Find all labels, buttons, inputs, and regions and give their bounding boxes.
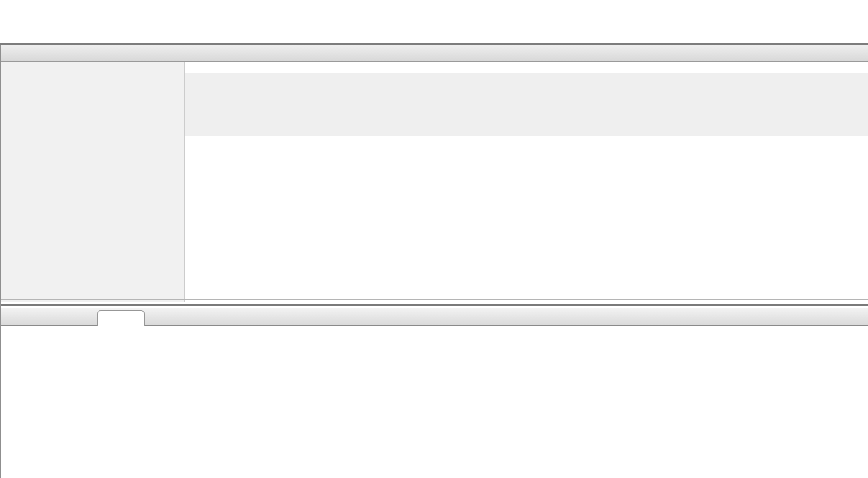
trace-viewer-window (0, 45, 868, 478)
details-panel-header (1, 308, 868, 326)
trace-body (1, 62, 868, 302)
trace-view-titlebar (1, 45, 868, 62)
track-sidebar (1, 62, 185, 302)
timeline-empty-area (185, 73, 868, 136)
panel-divider-thick[interactable] (1, 304, 868, 306)
tab-slice[interactable] (97, 310, 145, 326)
time-ruler (185, 62, 868, 73)
top-orange-banner (0, 0, 868, 45)
panel-divider-thin (1, 299, 868, 300)
details-panel (1, 308, 868, 478)
timeline-canvas[interactable] (185, 62, 868, 302)
screenshot-root (0, 0, 868, 478)
